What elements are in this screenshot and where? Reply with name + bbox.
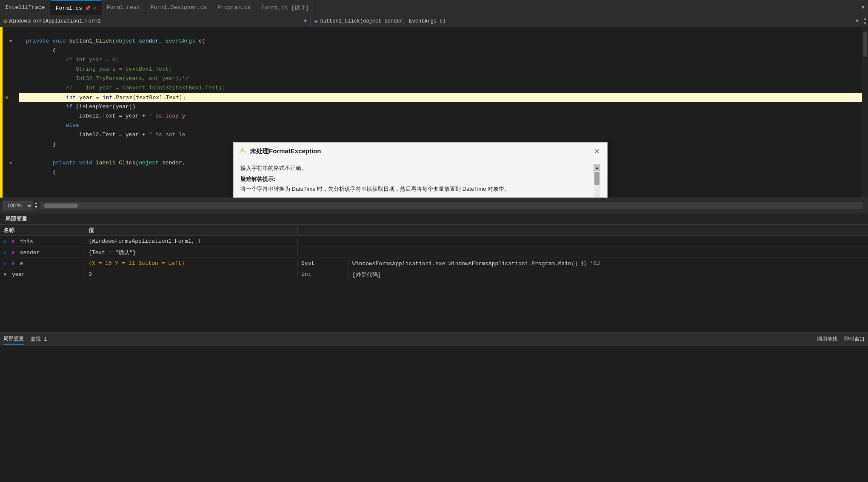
- collapse-btn-2[interactable]: ▼: [9, 158, 12, 168]
- gutter-line: [9, 121, 17, 130]
- code-line: if (isLeapYear(year)): [19, 102, 862, 112]
- bottom-tabs-right: 调用堆栈 即时窗口: [817, 334, 865, 344]
- code-line: [19, 27, 862, 37]
- gutter-line: [9, 112, 17, 121]
- var-value-e: {X = 15 Y = 11 Button = Left}: [85, 260, 298, 267]
- tab-form1designer[interactable]: Form1.Designer.cs: [146, 0, 213, 15]
- code-line-current: int year = int.Parse(textBox1.Text);: [19, 93, 862, 102]
- var-name-year: ● year: [0, 271, 85, 278]
- gutter-line: [9, 27, 17, 37]
- vars-header: 局部变量: [0, 213, 868, 225]
- nav-left[interactable]: ⚙ WindowsFormsApplication1.Form1 ▼: [0, 15, 311, 27]
- gutter-line: [9, 74, 17, 83]
- col-name: 名称: [0, 227, 85, 234]
- nav-right-dropdown[interactable]: ▼: [856, 18, 859, 24]
- exception-body: 输入字符串的格式不正确。 疑难解答提示: 将一个字符串转换为 DateTime …: [234, 160, 607, 198]
- trouble-title: 疑难解答提示:: [240, 175, 590, 183]
- bottom-tab-watch[interactable]: 监视 1: [31, 334, 47, 344]
- form1resx-label: Form1.resx: [107, 4, 140, 11]
- nav-left-icon: ⚙: [3, 17, 7, 25]
- nav-right[interactable]: ◈ button1_Click(object sender, EventArgs…: [311, 15, 862, 27]
- left-yellow-bar: [0, 27, 3, 198]
- pin-icon: 📌: [85, 6, 91, 11]
- bottom-tab-callstack[interactable]: 调用堆栈: [817, 334, 837, 344]
- gutter-line: ⇒: [9, 93, 17, 102]
- trouble-text: 将一个字符串转换为 DateTime 时，先分析该字符串以获取日期，然后再将每个…: [240, 185, 590, 193]
- tab-form1resx[interactable]: Form1.resx: [102, 0, 146, 15]
- gutter-line: [9, 140, 17, 149]
- nav-scroll[interactable]: ▲ ▼: [862, 17, 868, 26]
- var-call-e: WindowsFormsApplication1.exe!WindowsForm…: [349, 260, 868, 267]
- exception-title: 未处理FormatException: [250, 147, 588, 155]
- horizontal-scrollbar[interactable]: [40, 202, 863, 209]
- close-icon[interactable]: ✕: [93, 6, 96, 11]
- var-value-sender: {Text = "确认"}: [85, 249, 298, 256]
- gutter-line: ▼: [9, 37, 17, 46]
- scrollbar-thumb[interactable]: [863, 32, 867, 57]
- tab-intellitrace[interactable]: IntelliTrace: [0, 0, 51, 15]
- code-line-comment: String years = textBox1.Text;: [19, 65, 862, 74]
- vars-row-sender[interactable]: ⊕ ● sender {Text = "确认"}: [0, 247, 868, 258]
- vars-panel: 局部变量 名称 值 ⊕ ● this {WindowsFormsApplicat…: [0, 213, 868, 332]
- nav-left-dropdown[interactable]: ▼: [304, 18, 307, 24]
- exc-scroll-track[interactable]: [594, 171, 600, 198]
- nav-right-icon: ◈: [314, 17, 317, 25]
- gutter-line: [9, 55, 17, 65]
- h-scrollbar-thumb[interactable]: [44, 204, 78, 208]
- tab-bar: IntelliTrace Form1.cs 📌 ✕ Form1.resx For…: [0, 0, 868, 15]
- bottom-tab-locals[interactable]: 局部变量: [3, 333, 24, 345]
- intellitrace-label: IntelliTrace: [5, 4, 45, 11]
- vars-row-this[interactable]: ⊕ ● this {WindowsFormsApplication1.Form1…: [0, 236, 868, 247]
- vars-title: 局部变量: [5, 215, 27, 223]
- expand-icon-e[interactable]: ⊕: [3, 261, 6, 267]
- nav-right-label: button1_Click(object sender, EventArgs e…: [320, 18, 445, 24]
- gutter-line: [9, 149, 17, 158]
- code-line-comment: /* int year = 0;: [19, 55, 862, 65]
- code-line-comment: // int year = Convert.ToInt32(textBox1.T…: [19, 83, 862, 93]
- gutter-line: [9, 102, 17, 112]
- var-value-this: {WindowsFormsApplication1.Form1, T: [85, 238, 298, 244]
- overflow-icon: ▼: [861, 4, 865, 11]
- zoom-select[interactable]: 100 % 75 % 125 %: [3, 201, 33, 210]
- gutter-line: [9, 46, 17, 55]
- expand-icon-this[interactable]: ⊕: [3, 239, 6, 244]
- bullet-icon-year: ●: [3, 271, 7, 278]
- zoom-arrows: ▲ ▼: [35, 202, 37, 209]
- vars-row-e[interactable]: ⊕ ● e {X = 15 Y = 11 Button = Left} Syst…: [0, 258, 868, 269]
- exception-scrollbar[interactable]: ▲ ▼: [594, 164, 600, 198]
- debug-arrow: ⇒: [3, 93, 8, 102]
- exception-dialog: ⚠ 未处理FormatException ✕ 输入字符串的格式不正确。 疑难解答…: [233, 142, 608, 198]
- gutter-line: [9, 83, 17, 93]
- bottom-tab-immediate[interactable]: 即时窗口: [844, 334, 865, 344]
- vars-row-year[interactable]: ● year 0 int [外部代码]: [0, 269, 868, 280]
- code-line-comment: Int32.TryParse(years, out year);*/: [19, 74, 862, 83]
- code-line: label2.Text = year + " is not le: [19, 130, 862, 140]
- zoom-down-arrow[interactable]: ▼: [35, 206, 37, 209]
- scroll-down-icon: ▼: [864, 21, 866, 26]
- exc-scroll-up[interactable]: ▲: [594, 164, 600, 171]
- tab-overflow-button[interactable]: ▼: [858, 0, 868, 15]
- nav-bar: ⚙ WindowsFormsApplication1.Form1 ▼ ◈ but…: [0, 15, 868, 27]
- tab-programcs[interactable]: Program.cs: [212, 0, 256, 15]
- gutter-line: ▼: [9, 158, 17, 168]
- vertical-scrollbar[interactable]: [862, 27, 868, 198]
- exception-close-button[interactable]: ✕: [591, 146, 602, 156]
- exception-subtitle: 输入字符串的格式不正确。: [240, 164, 590, 172]
- code-line-method: private void button1_Click(object sender…: [19, 37, 862, 46]
- collapse-btn[interactable]: ▼: [9, 37, 12, 46]
- nav-left-label: WindowsFormsApplication1.Form1: [9, 18, 100, 24]
- scroll-up-icon: ▲: [864, 17, 866, 21]
- var-value-year: 0: [85, 271, 298, 278]
- tab-form1design[interactable]: Form1.cs [设计]: [256, 0, 314, 15]
- var-call-year: [外部代码]: [349, 271, 868, 278]
- vars-columns: 名称 值: [0, 225, 868, 236]
- divider-1: [240, 197, 590, 197]
- line-gutter: ▼ ⇒ ▼: [0, 27, 19, 198]
- zoom-bar: 100 % 75 % 125 % ▲ ▼: [0, 198, 868, 213]
- dot-icon-e: ●: [11, 260, 14, 267]
- code-line: label2.Text = year + " is leap y: [19, 112, 862, 121]
- tab-form1cs[interactable]: Form1.cs 📌 ✕: [51, 0, 102, 15]
- warning-icon: ⚠: [239, 146, 246, 156]
- programcs-label: Program.cs: [217, 4, 251, 11]
- expand-icon-sender[interactable]: ⊕: [3, 250, 6, 255]
